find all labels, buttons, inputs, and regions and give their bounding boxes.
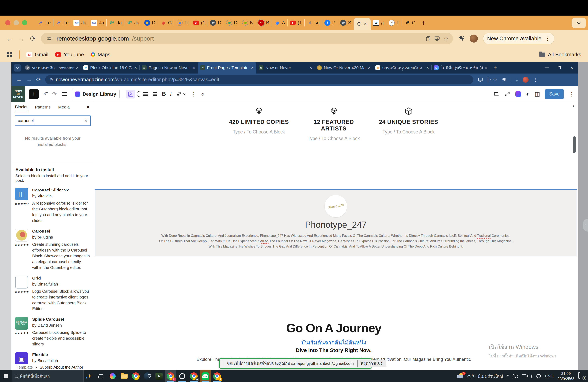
chrome-profile-globe-button[interactable]: ⊕	[188, 370, 200, 382]
browser-tab[interactable]: D	[224, 16, 240, 30]
site-info-icon[interactable]: ⊜	[49, 77, 53, 82]
italic-button[interactable]: I	[170, 91, 172, 97]
steam-button[interactable]	[142, 370, 153, 382]
tab-list-chevron-button[interactable]	[14, 64, 21, 72]
taskbar-search[interactable]: พิมพ์ที่นี่เพื่อค้นหา	[12, 370, 84, 382]
link-dropdown-icon[interactable]	[183, 93, 186, 95]
tab-media[interactable]: Media	[58, 105, 70, 110]
browser-tab[interactable]: Ja	[106, 16, 124, 30]
close-tab-icon[interactable]: ✕	[309, 66, 312, 70]
mac-close-button[interactable]	[5, 20, 10, 25]
restore-button[interactable]	[553, 62, 566, 74]
bookmark-youtube[interactable]: ▶YouTube	[55, 52, 84, 58]
clock[interactable]: 21:09 23/9/2568	[557, 371, 574, 381]
zoom-icon[interactable]	[488, 77, 488, 82]
installable-block-item[interactable]: CAROUSEL BLOCK★★★★★ Splide Carouselby Da…	[11, 314, 94, 349]
tab-patterns[interactable]: Patterns	[35, 105, 51, 110]
styles-icon[interactable]	[515, 91, 521, 97]
browser-tab[interactable]: Le	[53, 16, 71, 30]
browser-tab[interactable]: D	[142, 16, 158, 30]
copilot-sparkle-button[interactable]: ✦✦	[84, 370, 95, 382]
tab-search-chevron-button[interactable]	[572, 18, 586, 28]
block-type-icon[interactable]	[126, 90, 135, 98]
close-tab-icon[interactable]: ✕	[368, 66, 371, 70]
block-placeholder[interactable]: Type / To Choose A Block	[376, 129, 441, 135]
back-icon[interactable]: ←	[6, 35, 13, 42]
all-bookmarks-button[interactable]: All Bookmarks	[539, 52, 581, 58]
new-tab-button[interactable]: +	[493, 64, 497, 71]
reload-icon[interactable]: ⟳	[30, 35, 36, 42]
close-tab-icon[interactable]: ✕	[484, 66, 487, 70]
site-info-icon[interactable]	[45, 35, 53, 42]
inner-browser-tab[interactable]: Now Or Never 420 Maga✕	[315, 62, 373, 74]
install-app-icon[interactable]	[478, 77, 483, 82]
close-tab-icon[interactable]: ✕	[193, 66, 195, 70]
browser-tab[interactable]: A	[272, 16, 287, 30]
stat-column[interactable]: 12 FEATURED ARTISTS Type / To Choose A B…	[301, 107, 367, 141]
inner-browser-tab[interactable]: Plesk Obsidian 18.0.72✕	[81, 62, 139, 74]
align-icon[interactable]	[143, 92, 148, 96]
apps-grid-icon[interactable]	[7, 52, 12, 57]
browser-tab[interactable]: ส	[371, 16, 386, 30]
close-tab-icon[interactable]: ✕	[76, 66, 79, 70]
browser-tab-active[interactable]: C✕	[354, 18, 371, 30]
tab-blocks[interactable]: Blocks	[15, 102, 27, 112]
line-app-button[interactable]: LINE	[200, 370, 211, 382]
file-explorer-button[interactable]	[118, 370, 130, 382]
block-placeholder[interactable]: Type / To Choose A Block	[226, 129, 292, 135]
mac-zoom-button[interactable]	[22, 20, 27, 25]
move-block-buttons[interactable]	[138, 91, 140, 97]
browser-tab[interactable]: T	[386, 16, 402, 30]
browser-menu-icon[interactable]: ⋮	[545, 36, 550, 42]
bold-button[interactable]: B	[162, 91, 166, 97]
forward-icon[interactable]: →	[18, 35, 25, 42]
stop-sharing-button[interactable]: หยุดการแชร์	[357, 360, 386, 367]
browser-tab[interactable]: S	[338, 16, 354, 30]
close-tab-icon[interactable]: ✕	[364, 21, 367, 26]
undo-icon[interactable]: ↶	[44, 91, 48, 97]
start-button[interactable]	[0, 370, 12, 382]
chrome-profile-l-button[interactable]: L	[165, 370, 176, 382]
blocks-search-input[interactable]: carousel ✕	[15, 115, 91, 126]
browser-tab[interactable]: B	[256, 16, 272, 30]
redo-icon[interactable]: ↷	[52, 91, 57, 97]
breadcrumb-current[interactable]: Superb About the Author	[40, 365, 83, 370]
language-indicator[interactable]: ENG	[545, 374, 553, 378]
link-icon[interactable]	[176, 91, 182, 97]
list-view-icon[interactable]	[62, 92, 67, 96]
bookmark-star-icon[interactable]: ☆	[443, 35, 448, 42]
inner-address-bar[interactable]: ⊜ nowornevermagazine.com/wp-admin/site-e…	[45, 75, 473, 84]
collapse-toolbar-icon[interactable]: «	[201, 91, 204, 97]
site-logo-button[interactable]: NOW ·OR· NEVER	[11, 86, 25, 102]
share-icon[interactable]	[425, 36, 431, 41]
more-options-icon[interactable]: ⋮	[569, 91, 574, 97]
browser-tab[interactable]: Ja	[89, 16, 106, 30]
installable-block-item[interactable]: ★★★★☆ Flexibleby BinsaifullahGutSlider i…	[11, 349, 94, 364]
weather-widget[interactable]: 5 29°C มีเมฆส่วนใหญ่	[457, 373, 503, 380]
tray-ring-icon[interactable]	[536, 374, 541, 378]
browser-tab[interactable]: (1	[191, 16, 208, 30]
settings-sidebar-icon[interactable]: ◫	[535, 91, 540, 97]
browser-tab[interactable]: Ja	[124, 16, 142, 30]
speaker-icon[interactable]	[530, 375, 532, 378]
inner-browser-tab-active[interactable]: Front Page ‹ Template ‹ N✕	[198, 62, 256, 74]
fullscreen-icon[interactable]	[504, 91, 510, 97]
close-tab-icon[interactable]: ✕	[426, 66, 429, 70]
browser-tab[interactable]: D	[208, 16, 224, 30]
inner-browser-tab[interactable]: การสนับสนุนระยะไกล - Chro✕	[373, 62, 431, 74]
close-window-button[interactable]: ✕	[566, 62, 578, 74]
bookmark-maps[interactable]: Maps	[91, 52, 110, 58]
browser-tab[interactable]: su	[304, 16, 322, 30]
wifi-icon[interactable]	[513, 374, 518, 378]
chrome-profile-a-button[interactable]: A	[211, 370, 223, 382]
close-panel-icon[interactable]: ✕	[86, 104, 90, 110]
install-app-icon[interactable]	[434, 36, 440, 41]
back-icon[interactable]: ←	[16, 76, 22, 83]
drag-handle-icon[interactable]	[223, 361, 223, 366]
block-placeholder[interactable]: Type / To Choose A Block	[301, 136, 367, 141]
inner-browser-tab[interactable]: Now or Never✕	[256, 62, 315, 74]
selected-about-author-section[interactable]: Phonotype Phonotype_247 With Deep Roots …	[95, 190, 577, 256]
browser-tab[interactable]: Ja	[71, 16, 89, 30]
new-tab-button[interactable]: +	[421, 19, 426, 27]
hidden-icons-chevron[interactable]	[506, 375, 509, 377]
